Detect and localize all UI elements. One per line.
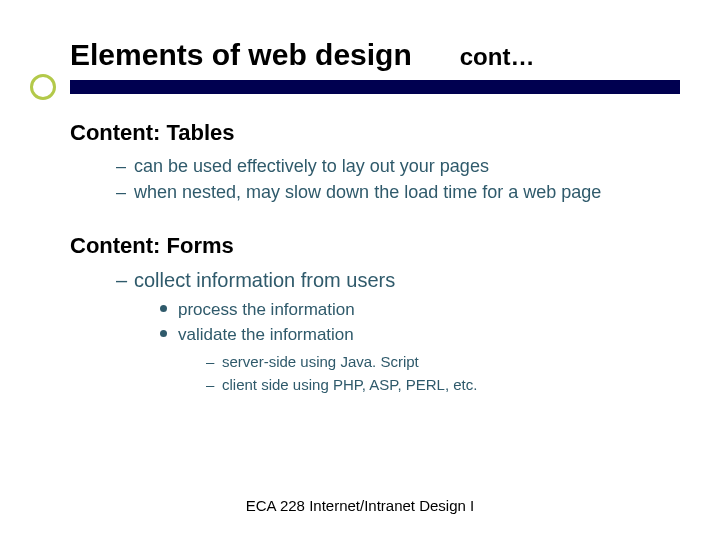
list-item: server-side using Java. Script (206, 351, 670, 372)
title-row: Elements of web design cont… (70, 38, 670, 72)
slide-title-cont: cont… (460, 43, 535, 71)
list-item: client side using PHP, ASP, PERL, etc. (206, 374, 670, 395)
list-item: can be used effectively to lay out your … (116, 154, 670, 178)
list-item: process the information (160, 298, 670, 322)
accent-ring-icon (30, 74, 56, 100)
sub-bullet-list: process the information validate the inf… (160, 298, 670, 396)
sub-sub-bullet-list: server-side using Java. Script client si… (206, 351, 670, 395)
slide-title: Elements of web design (70, 38, 412, 72)
list-item-label: collect information from users (134, 269, 395, 291)
list-item-label: validate the information (178, 325, 354, 344)
bullet-list: can be used effectively to lay out your … (116, 154, 670, 205)
bullet-list: collect information from users process t… (116, 267, 670, 396)
list-item: validate the information server-side usi… (160, 323, 670, 395)
section-heading: Content: Forms (70, 233, 670, 259)
slide-footer: ECA 228 Internet/Intranet Design I (0, 497, 720, 514)
accent-bar (70, 80, 680, 94)
list-item: when nested, may slow down the load time… (116, 180, 670, 204)
section-heading: Content: Tables (70, 120, 670, 146)
list-item: collect information from users process t… (116, 267, 670, 396)
slide: Elements of web design cont… Content: Ta… (0, 0, 720, 540)
accent-bar-wrap (70, 80, 670, 102)
